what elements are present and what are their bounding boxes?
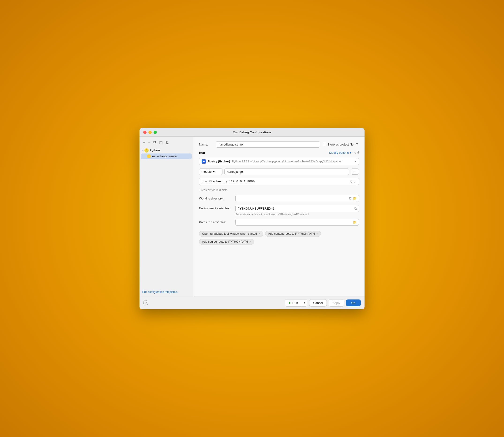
env-variables-input[interactable] bbox=[238, 207, 353, 210]
title-bar: Run/Debug Configurations bbox=[140, 128, 364, 137]
maximize-button[interactable] bbox=[153, 131, 157, 134]
svg-point-2 bbox=[147, 154, 151, 158]
python-icon: 🐍 bbox=[144, 148, 149, 153]
help-button[interactable]: ? bbox=[143, 300, 148, 305]
tags-area: Open run/debug tool window when started … bbox=[199, 231, 359, 245]
sidebar-group-python[interactable]: ▾ 🐍 Python bbox=[141, 147, 192, 153]
script-row: run fischer.py 127.0.0.1:8000 ⧉ ⤢ bbox=[199, 178, 359, 185]
modify-options-shortcut: ⌥M bbox=[353, 151, 359, 154]
svg-text:🐍: 🐍 bbox=[145, 149, 148, 152]
module-row: module ▾ ··· bbox=[199, 169, 359, 175]
script-icons: ⧉ ⤢ bbox=[350, 180, 356, 184]
play-icon: ▶ bbox=[289, 301, 291, 304]
ok-button[interactable]: OK bbox=[346, 299, 361, 306]
help-icon: ? bbox=[145, 301, 146, 305]
tag-source-roots: Add source roots to PYTHONPATH × bbox=[199, 239, 254, 245]
run-debug-window: Run/Debug Configurations + − ⧉ ⊡ ⇅ ▾ 🐍 bbox=[140, 128, 364, 309]
working-directory-row: Working directory: ⧉ 📁 bbox=[199, 195, 359, 202]
field-hint: Press ⌥ for field hints bbox=[199, 189, 359, 192]
copy-config-button[interactable]: ⧉ bbox=[152, 140, 157, 145]
run-button-group: ▶ Run ▾ bbox=[285, 299, 307, 307]
chevron-down-icon: ▾ bbox=[213, 170, 215, 173]
main-content: Name: Store as project file ⚙ Run Modify… bbox=[193, 137, 364, 296]
chevron-down-icon: ▾ bbox=[350, 151, 352, 154]
tag-open-run: Open run/debug tool window when started … bbox=[199, 231, 263, 237]
interpreter-path: Python 3.12.7 ~/Library/Caches/pypoetry/… bbox=[232, 160, 353, 163]
sidebar-section: ▾ 🐍 Python nanodjango server bbox=[140, 147, 193, 159]
cancel-button[interactable]: Cancel bbox=[309, 299, 327, 307]
run-button[interactable]: ▶ Run bbox=[285, 299, 302, 306]
tag-source-roots-close[interactable]: × bbox=[249, 240, 251, 243]
sidebar: + − ⧉ ⊡ ⇅ ▾ 🐍 Python bbox=[140, 137, 193, 296]
apply-button[interactable]: Apply bbox=[329, 299, 344, 307]
tag-source-roots-label: Add source roots to PYTHONPATH bbox=[202, 240, 248, 243]
poetry-icon: ▶ bbox=[202, 159, 206, 164]
env-browse-button[interactable]: ⧉ bbox=[354, 207, 357, 210]
gear-button[interactable]: ⚙ bbox=[355, 142, 359, 147]
run-label: Run bbox=[199, 151, 205, 154]
run-header: Run Modify options ▾ ⌥M bbox=[199, 151, 359, 154]
run-dropdown-button[interactable]: ▾ bbox=[302, 299, 307, 306]
dotenv-browse-button[interactable]: 📁 bbox=[353, 220, 357, 224]
footer-buttons: ▶ Run ▾ Cancel Apply OK bbox=[285, 299, 361, 307]
traffic-lights bbox=[143, 131, 157, 134]
window-body: + − ⧉ ⊡ ⇅ ▾ 🐍 Python bbox=[140, 137, 364, 296]
tag-open-run-close[interactable]: × bbox=[258, 232, 260, 235]
window-title: Run/Debug Configurations bbox=[233, 130, 271, 134]
sidebar-item-label: nanodjango server bbox=[152, 154, 177, 158]
modify-options-label: Modify options bbox=[329, 151, 349, 154]
tag-content-roots-close[interactable]: × bbox=[316, 232, 318, 235]
env-right: ⧉ Separate variables with semicolon: VAR… bbox=[235, 205, 359, 216]
module-type-select[interactable]: module ▾ bbox=[199, 169, 222, 175]
name-row: Name: Store as project file ⚙ bbox=[199, 141, 359, 148]
env-variables-label: Environment variables: bbox=[199, 205, 233, 210]
close-button[interactable] bbox=[143, 131, 146, 134]
ellipsis-button[interactable]: ··· bbox=[351, 169, 359, 175]
env-variables-row: Environment variables: ⧉ Separate variab… bbox=[199, 205, 359, 216]
python-file-icon bbox=[147, 154, 151, 158]
interpreter-name: Poetry (fischer) bbox=[208, 159, 230, 163]
interpreter-row[interactable]: ▶ Poetry (fischer) Python 3.12.7 ~/Libra… bbox=[199, 158, 359, 165]
move-into-folder-button[interactable]: ⊡ bbox=[158, 140, 164, 145]
store-project-area: Store as project file ⚙ bbox=[323, 142, 359, 147]
store-project-checkbox[interactable] bbox=[323, 143, 326, 146]
window-footer: ? ▶ Run ▾ Cancel Apply OK bbox=[140, 296, 364, 309]
add-config-button[interactable]: + bbox=[142, 140, 146, 145]
sidebar-toolbar: + − ⧉ ⊡ ⇅ bbox=[140, 139, 193, 147]
env-variables-hint: Separate variables with semicolon: VAR=v… bbox=[235, 213, 359, 216]
env-input-area: ⧉ bbox=[235, 205, 359, 212]
working-directory-label: Working directory: bbox=[199, 197, 233, 200]
dir-icons: ⧉ 📁 bbox=[349, 197, 357, 200]
tag-content-roots: Add content roots to PYTHONPATH × bbox=[265, 231, 321, 237]
store-project-label: Store as project file bbox=[327, 143, 353, 146]
dotenv-row: Paths to ".env" files: 📁 bbox=[199, 219, 359, 226]
sidebar-item-nanodjango[interactable]: nanodjango server bbox=[141, 153, 192, 159]
working-directory-input[interactable] bbox=[238, 197, 348, 200]
module-input[interactable] bbox=[224, 169, 349, 175]
name-label: Name: bbox=[199, 143, 213, 146]
chevron-down-icon: ▾ bbox=[355, 160, 356, 163]
dotenv-label: Paths to ".env" files: bbox=[199, 220, 233, 224]
tag-open-run-label: Open run/debug tool window when started bbox=[202, 232, 257, 235]
name-input[interactable] bbox=[216, 141, 320, 148]
minimize-button[interactable] bbox=[148, 131, 152, 134]
working-directory-input-area: ⧉ 📁 bbox=[235, 195, 359, 202]
copy-script-button[interactable]: ⧉ bbox=[350, 180, 352, 184]
dotenv-input-area: 📁 bbox=[235, 219, 359, 226]
sort-button[interactable]: ⇅ bbox=[165, 140, 170, 145]
chevron-down-icon: ▾ bbox=[142, 149, 143, 152]
expand-script-button[interactable]: ⤢ bbox=[354, 180, 356, 183]
tag-content-roots-label: Add content roots to PYTHONPATH bbox=[268, 232, 315, 235]
modify-options-area: Modify options ▾ ⌥M bbox=[329, 151, 359, 154]
macro-button[interactable]: ⧉ bbox=[349, 197, 352, 200]
sidebar-footer: Edit configuration templates... bbox=[140, 287, 193, 296]
dotenv-input[interactable] bbox=[238, 220, 352, 224]
script-text: run fischer.py 127.0.0.1:8000 bbox=[202, 180, 349, 183]
browse-button[interactable]: 📁 bbox=[353, 197, 357, 200]
remove-config-button[interactable]: − bbox=[147, 140, 152, 145]
run-label: Run bbox=[292, 301, 298, 305]
edit-templates-link[interactable]: Edit configuration templates... bbox=[142, 290, 179, 294]
module-type-label: module bbox=[202, 170, 212, 173]
modify-options-button[interactable]: Modify options ▾ bbox=[329, 151, 352, 154]
sidebar-group-label: Python bbox=[150, 149, 160, 152]
